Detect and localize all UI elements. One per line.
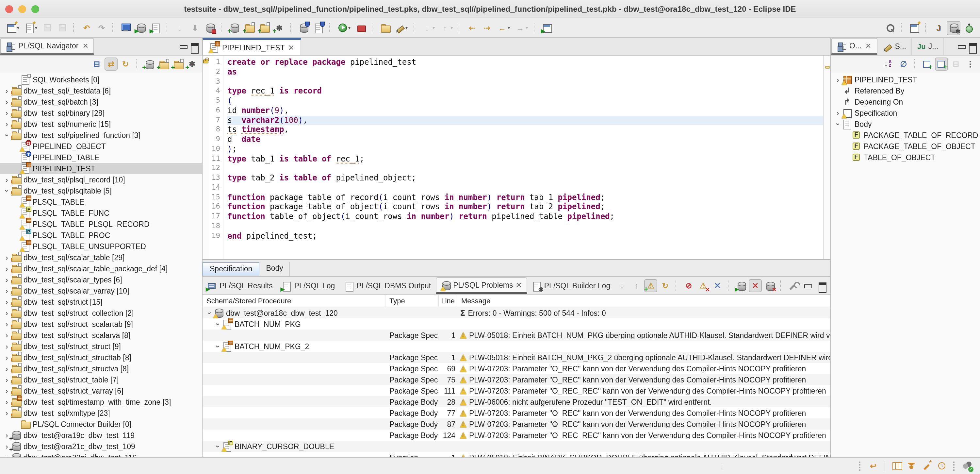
chevron-right-icon[interactable]: › bbox=[3, 309, 11, 317]
new-package-folder-button[interactable]: + bbox=[171, 57, 184, 70]
close-icon[interactable]: ✕ bbox=[288, 43, 294, 52]
back-button[interactable]: ←▾ bbox=[495, 21, 512, 35]
page-tab-body[interactable]: Body bbox=[259, 262, 290, 276]
chevron-down-icon[interactable]: › bbox=[3, 131, 11, 139]
problem-row-7[interactable]: Package Spec75PLW-07203: Parameter "O_RE… bbox=[202, 374, 830, 385]
java-perspective-button[interactable]: J bbox=[932, 21, 945, 35]
overview-ruler[interactable] bbox=[823, 56, 830, 259]
tree-item-sql-worksheets-0[interactable]: SQL Worksheets [0] bbox=[0, 74, 202, 85]
hide-errors-button[interactable]: ⊘ bbox=[682, 279, 695, 292]
compile-objects-button[interactable]: ▶ bbox=[734, 279, 748, 292]
tree-item-specification[interactable]: ›Specification bbox=[831, 107, 980, 118]
tree-item-dbw-test-sql-struct-collection-2[interactable]: ›!dbw_test_sql/struct_collection [2] bbox=[0, 307, 202, 318]
fetch-all-rows-button[interactable]: ⇓ bbox=[188, 21, 202, 35]
tree-item-dbw-test-sql-timestamp-with-time-zone-3[interactable]: ›!dbw_test_sql/timestamp_with_time_zone … bbox=[0, 396, 202, 407]
close-icon[interactable]: ✕ bbox=[83, 41, 89, 50]
minimize-view-button[interactable] bbox=[801, 279, 814, 292]
problem-row-3[interactable]: Package Spec1PLW-05018: Einheit BATCH_NU… bbox=[202, 329, 830, 341]
redo-button[interactable]: ↷ bbox=[95, 21, 108, 35]
tree-item-dbw-test-sql-struct-struct-9[interactable]: ›!dbw_test_sql/struct_struct [9] bbox=[0, 341, 202, 352]
tree-item-pipelined-test[interactable]: PIPELINED_TEST bbox=[0, 163, 202, 174]
code-content[interactable]: create or replace package pipelined_test… bbox=[223, 56, 823, 259]
chevron-right-icon[interactable]: › bbox=[3, 342, 11, 350]
show-new-problems-button[interactable]: ⚠+ bbox=[644, 279, 657, 292]
achievements-button[interactable] bbox=[935, 459, 949, 473]
open-perspective-button[interactable]: * bbox=[907, 21, 921, 35]
tree-item-dbw-test-sql-batch-3[interactable]: ›!dbw_test_sql/batch [3] bbox=[0, 96, 202, 107]
column-header-message[interactable]: Message bbox=[457, 295, 830, 306]
chevron-right-icon[interactable]: › bbox=[3, 364, 11, 372]
chevron-right-icon[interactable]: › bbox=[3, 398, 11, 406]
new-package-folder-button[interactable]: + bbox=[258, 21, 271, 35]
tab-pl-sql-builder-log[interactable]: ✱PL/SQL Builder Log bbox=[527, 277, 615, 294]
tree-item-pl-sql-connector-builder-0[interactable]: PL/SQL Connector Builder [0] bbox=[0, 418, 202, 429]
tree-item-dbw-test-sql-scalar-table-29[interactable]: ›!dbw_test_sql/scalar_table [29] bbox=[0, 252, 202, 263]
tree-item-dbw-test-sql-scalar-types-6[interactable]: ›!dbw_test_sql/scalar_types [6] bbox=[0, 274, 202, 285]
database-authorization-button[interactable] bbox=[297, 21, 310, 35]
pin-editor-button[interactable]: ▶ bbox=[540, 21, 554, 35]
fetch-next-rows-button[interactable]: ↓ bbox=[173, 21, 187, 35]
tree-item-dbw-test-sql-struct-structva-8[interactable]: ›!dbw_test_sql/struct_structva [8] bbox=[0, 363, 202, 374]
horizontal-scrollbar[interactable] bbox=[202, 259, 830, 262]
new-connection-button[interactable]: + bbox=[228, 21, 241, 35]
tree-item-referenced-by[interactable]: ↲Referenced By bbox=[831, 85, 980, 96]
new-sql-worksheet-button[interactable]: *▾ bbox=[22, 21, 39, 35]
last-edit-location-button[interactable]: ⇠ bbox=[465, 21, 479, 35]
chevron-right-icon[interactable]: › bbox=[3, 353, 11, 361]
collapse-all-button[interactable]: ⊟ bbox=[949, 57, 963, 70]
tour-map-button[interactable] bbox=[890, 459, 904, 473]
tree-item-pipelined-test[interactable]: ›PIPELINED_TEST bbox=[831, 74, 980, 85]
tab-pl-sql-log[interactable]: ▶PL/SQL Log bbox=[277, 277, 339, 294]
filter-matching-button[interactable]: ✕ bbox=[749, 279, 762, 292]
tree-item-plsql-table-func[interactable]: FPLSQL_TABLE_FUNC bbox=[0, 207, 202, 219]
next-annotation-button[interactable]: ↓▾ bbox=[420, 21, 437, 35]
tree-item-table-of-object[interactable]: TABLE_OF_OBJECT bbox=[831, 152, 980, 163]
link-with-editor-off-button[interactable]: ∅ bbox=[897, 57, 910, 70]
chevron-down-icon[interactable]: › bbox=[214, 442, 222, 450]
chevron-right-icon[interactable]: › bbox=[3, 409, 11, 417]
tree-item-pipelined-object[interactable]: OPIPELINED_OBJECT bbox=[0, 140, 202, 152]
new-folder-button[interactable]: + bbox=[157, 57, 170, 70]
maximize-icon[interactable] bbox=[189, 41, 199, 51]
drag-handle[interactable] bbox=[859, 461, 862, 471]
chevron-right-icon[interactable]: › bbox=[834, 109, 842, 117]
problem-row-6[interactable]: Package Spec69PLW-07203: Parameter "O_RE… bbox=[202, 363, 830, 374]
chevron-right-icon[interactable]: › bbox=[3, 98, 11, 105]
chevron-right-icon[interactable]: › bbox=[3, 453, 11, 457]
tree-item-dbw-test-sql-struct-table-7[interactable]: ›!dbw_test_sql/struct_table [7] bbox=[0, 374, 202, 385]
tree-item-plsql-table[interactable]: PLSQL_TABLE bbox=[0, 196, 202, 207]
new-source-folder-button[interactable]: + bbox=[242, 21, 256, 35]
tree-item-plsql-table-unsupported[interactable]: PLSQL_TABLE_UNSUPPORTED bbox=[0, 241, 202, 252]
chevron-right-icon[interactable]: › bbox=[3, 331, 11, 339]
problem-row-13[interactable]: ›FBINARY_CURSOR_DOUBLE bbox=[202, 440, 830, 452]
maximize-view-button[interactable] bbox=[815, 279, 829, 292]
hide-warnings-button[interactable]: ⚠✕ bbox=[697, 279, 710, 292]
annotate-button[interactable]: ▾ bbox=[393, 21, 410, 35]
execute-script-button[interactable]: ▶ bbox=[149, 21, 163, 35]
undo-button[interactable]: ↶ bbox=[80, 21, 94, 35]
tree-item-package-table-of-record[interactable]: PACKAGE_TABLE_OF_RECORD bbox=[831, 129, 980, 140]
tree-item-package-table-of-object[interactable]: PACKAGE_TABLE_OF_OBJECT bbox=[831, 140, 980, 152]
chevron-right-icon[interactable]: › bbox=[3, 120, 11, 128]
close-icon[interactable]: ✕ bbox=[515, 281, 522, 290]
chevron-right-icon[interactable]: › bbox=[3, 376, 11, 383]
problem-row-12[interactable]: Package Body124PLW-07203: Parameter "O_R… bbox=[202, 429, 830, 440]
tree-item-dbw-test-sql-struct-structtab-8[interactable]: ›!dbw_test_sql/struct_structtab [8] bbox=[0, 352, 202, 363]
whats-changed-button[interactable]: ↩ bbox=[866, 459, 880, 473]
tree-item-dbw-test-sql-testdata-6[interactable]: ›!dbw_test_sql/_testdata [6] bbox=[0, 85, 202, 96]
configure-contents-button[interactable] bbox=[787, 279, 800, 292]
forward-button[interactable]: →▾ bbox=[513, 21, 530, 35]
new-object-button[interactable]: ✱+ bbox=[186, 57, 199, 70]
tab-outline[interactable]: O... ✕ bbox=[831, 38, 877, 55]
tree-item-dbw-test-sql-struct-15[interactable]: ›!dbw_test_sql/struct [15] bbox=[0, 296, 202, 307]
previous-problem-button[interactable]: ↑ bbox=[630, 279, 643, 292]
problem-row-4[interactable]: ›BATCH_NUM_PKG_2 bbox=[202, 341, 830, 352]
problem-row-2[interactable]: ›BATCH_NUM_PKG bbox=[202, 318, 830, 329]
database-development-perspective-button[interactable]: ✱ bbox=[947, 21, 960, 35]
chevron-right-icon[interactable]: › bbox=[3, 109, 11, 117]
tree-item-body[interactable]: ›Body bbox=[831, 118, 980, 129]
search-button[interactable] bbox=[883, 21, 897, 35]
warning-marker[interactable] bbox=[825, 66, 829, 69]
tree-item-plsql-table-plsql-record[interactable]: PLSQL_TABLE_PLSQL_RECORD bbox=[0, 219, 202, 230]
minimize-icon[interactable] bbox=[178, 41, 188, 51]
